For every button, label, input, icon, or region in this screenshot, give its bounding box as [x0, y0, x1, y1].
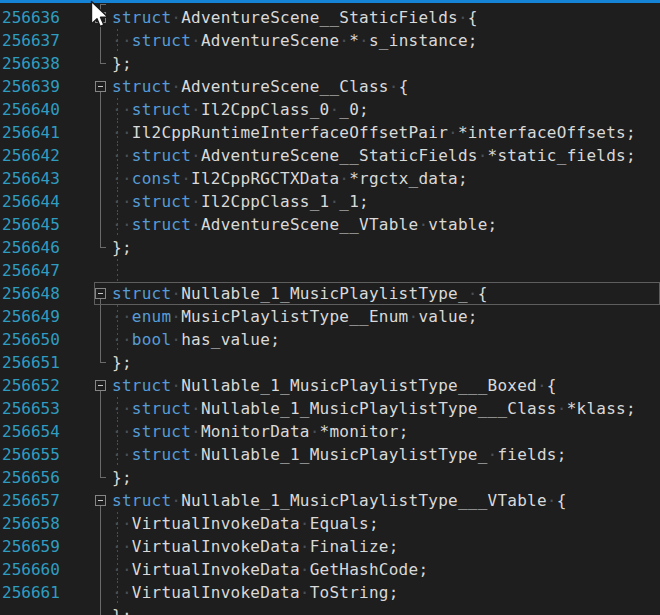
code-text[interactable]: struct·Nullable_1_MusicPlaylistType___VT…	[112, 489, 567, 512]
fold-outline-corner	[100, 63, 106, 64]
code-line: 256642··struct·AdventureScene__StaticFie…	[0, 144, 660, 167]
code-line: 256640··struct·Il2CppClass_0·_0;	[0, 98, 660, 121]
line-number[interactable]: 256644	[2, 190, 60, 213]
code-line: 256639struct·AdventureScene__Class·{	[0, 75, 660, 98]
line-number[interactable]: 256641	[2, 121, 60, 144]
code-line: 256645··struct·AdventureScene__VTable·vt…	[0, 213, 660, 236]
line-number[interactable]: 256643	[2, 167, 60, 190]
code-editor: 256636struct·AdventureScene__StaticField…	[0, 0, 660, 615]
line-number[interactable]: 256661	[2, 581, 60, 604]
line-number[interactable]: 256637	[2, 29, 60, 52]
code-line: 256655··struct·Nullable_1_MusicPlaylistT…	[0, 443, 660, 466]
code-text[interactable]: ··bool·has_value;	[112, 328, 280, 351]
code-text[interactable]: ··Il2CppRuntimeInterfaceOffsetPair·*inte…	[112, 121, 636, 144]
code-text[interactable]: ··VirtualInvokeData·Finalize;	[112, 535, 399, 558]
code-text[interactable]: ··VirtualInvokeData·GetHashCode;	[112, 558, 428, 581]
code-text[interactable]: ··struct·AdventureScene__StaticFields·*s…	[112, 144, 636, 167]
code-line: 256637··struct·AdventureScene·*·s_instan…	[0, 29, 660, 52]
line-number[interactable]: 256645	[2, 213, 60, 236]
code-line: 256647	[0, 259, 660, 282]
code-text[interactable]: ··VirtualInvokeData·Equals;	[112, 512, 379, 535]
code-text[interactable]: };	[112, 351, 132, 374]
line-number[interactable]: 256659	[2, 535, 60, 558]
code-text[interactable]: ··VirtualInvokeData·ToString;	[112, 581, 399, 604]
mouse-cursor-icon	[88, 0, 110, 32]
code-line: };	[0, 604, 660, 615]
code-line: 256661··VirtualInvokeData·ToString;	[0, 581, 660, 604]
code-text[interactable]: ··struct·Il2CppClass_0·_0;	[112, 98, 369, 121]
code-line: 256641··Il2CppRuntimeInterfaceOffsetPair…	[0, 121, 660, 144]
line-number[interactable]: 256652	[2, 374, 60, 397]
line-number[interactable]: 256648	[2, 282, 60, 305]
fold-outline-line	[100, 391, 101, 477]
line-number[interactable]: 256640	[2, 98, 60, 121]
fold-collapse-icon[interactable]	[95, 495, 106, 506]
code-text[interactable]: ··struct·MonitorData·*monitor;	[112, 420, 409, 443]
code-text[interactable]: ··enum·MusicPlaylistType__Enum·value;	[112, 305, 478, 328]
fold-collapse-icon[interactable]	[95, 288, 106, 299]
code-text[interactable]: ··struct·Nullable_1_MusicPlaylistType_·f…	[112, 443, 567, 466]
code-line: 256660··VirtualInvokeData·GetHashCode;	[0, 558, 660, 581]
line-number[interactable]: 256651	[2, 351, 60, 374]
code-line: 256658··VirtualInvokeData·Equals;	[0, 512, 660, 535]
line-number[interactable]: 256642	[2, 144, 60, 167]
code-line: 256654··struct·MonitorData·*monitor;	[0, 420, 660, 443]
code-text[interactable]: struct·Nullable_1_MusicPlaylistType_·{	[112, 282, 488, 305]
line-number[interactable]: 256638	[2, 52, 60, 75]
line-number[interactable]: 256657	[2, 489, 60, 512]
code-text[interactable]: };	[112, 236, 132, 259]
code-line: 256659··VirtualInvokeData·Finalize;	[0, 535, 660, 558]
code-text[interactable]: ··struct·AdventureScene·*·s_instance;	[112, 29, 478, 52]
code-text[interactable]: ··struct·AdventureScene__VTable·vtable;	[112, 213, 497, 236]
line-number[interactable]: 256655	[2, 443, 60, 466]
fold-collapse-icon[interactable]	[95, 380, 106, 391]
fold-outline-corner	[100, 362, 106, 363]
code-line: 256643··const·Il2CppRGCTXData·*rgctx_dat…	[0, 167, 660, 190]
fold-outline-corner	[100, 477, 106, 478]
code-line: 256656};	[0, 466, 660, 489]
line-number[interactable]: 256654	[2, 420, 60, 443]
fold-outline-line	[100, 92, 101, 247]
code-line: 256650··bool·has_value;	[0, 328, 660, 351]
code-line: 256653··struct·Nullable_1_MusicPlaylistT…	[0, 397, 660, 420]
line-number[interactable]: 256653	[2, 397, 60, 420]
code-text[interactable]: ··struct·Il2CppClass_1·_1;	[112, 190, 369, 213]
line-number[interactable]: 256658	[2, 512, 60, 535]
fold-outline-line	[100, 299, 101, 362]
code-text[interactable]: struct·Nullable_1_MusicPlaylistType___Bo…	[112, 374, 557, 397]
line-number[interactable]: 256660	[2, 558, 60, 581]
fold-outline-line	[100, 506, 101, 615]
line-number[interactable]: 256636	[2, 6, 60, 29]
code-text[interactable]: struct·AdventureScene__StaticFields·{	[112, 6, 478, 29]
line-number[interactable]: 256656	[2, 466, 60, 489]
code-text[interactable]: };	[112, 52, 132, 75]
code-line: 256649··enum·MusicPlaylistType__Enum·val…	[0, 305, 660, 328]
fold-outline-corner	[100, 247, 106, 248]
line-number[interactable]: 256650	[2, 328, 60, 351]
code-line: 256651};	[0, 351, 660, 374]
code-line: 256652struct·Nullable_1_MusicPlaylistTyp…	[0, 374, 660, 397]
line-number[interactable]: 256646	[2, 236, 60, 259]
code-text[interactable]: };	[112, 604, 132, 615]
indent-guide	[117, 259, 118, 282]
fold-collapse-icon[interactable]	[95, 81, 106, 92]
code-text[interactable]: ··const·Il2CppRGCTXData·*rgctx_data;	[112, 167, 468, 190]
line-number[interactable]: 256647	[2, 259, 60, 282]
code-text[interactable]: struct·AdventureScene__Class·{	[112, 75, 409, 98]
code-line: 256648struct·Nullable_1_MusicPlaylistTyp…	[0, 282, 660, 305]
code-line: 256638};	[0, 52, 660, 75]
code-line: 256644··struct·Il2CppClass_1·_1;	[0, 190, 660, 213]
code-line: 256646};	[0, 236, 660, 259]
line-number[interactable]: 256639	[2, 75, 60, 98]
code-text[interactable]: };	[112, 466, 132, 489]
line-number[interactable]: 256649	[2, 305, 60, 328]
code-line: 256657struct·Nullable_1_MusicPlaylistTyp…	[0, 489, 660, 512]
code-text[interactable]: ··struct·Nullable_1_MusicPlaylistType___…	[112, 397, 636, 420]
